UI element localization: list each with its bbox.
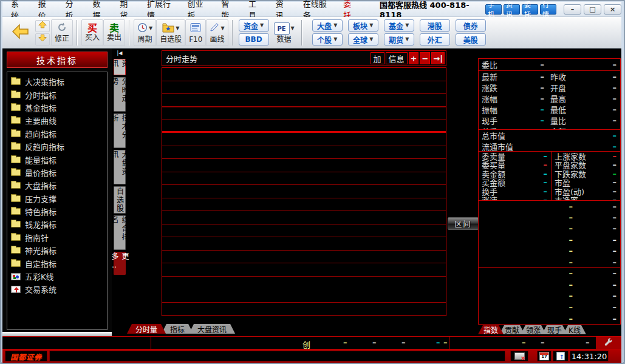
divider: [449, 337, 449, 349]
main-area: 技术指标 大决策指标 分时指标 基金指标 主要曲线 趋向指标 反趋向指标 能量指…: [2, 49, 621, 336]
brand-logo: 国都证券: [10, 351, 42, 362]
correct-button[interactable]: 修正: [51, 19, 73, 46]
list-item[interactable]: 主要曲线: [11, 114, 107, 127]
watchlist-button[interactable]: ▼ 自选股: [156, 19, 185, 46]
folder-icon: [11, 78, 21, 85]
funds-button[interactable]: 资金 ▼: [239, 19, 269, 32]
toolbar: 修正 买 买入 卖 卖出 ▼ 周期 ▼ 自选股 F10: [2, 17, 621, 49]
dropdown-icon[interactable]: ▼: [176, 26, 179, 31]
settings-wrench-button[interactable]: [596, 337, 621, 349]
vtab-technical[interactable]: 技术分析: [114, 113, 126, 148]
rtab-leaders[interactable]: 领涨: [521, 325, 546, 334]
vtab-more[interactable]: 更多‥: [114, 252, 126, 275]
list-item[interactable]: 压力支撑: [11, 192, 107, 205]
folder-icon: [11, 195, 21, 202]
folder-icon: [11, 260, 21, 267]
list-item[interactable]: 五彩K线: [11, 270, 107, 283]
draw-line-button[interactable]: ▼ 画线: [206, 19, 228, 46]
tab-indicator[interactable]: 指标: [162, 324, 193, 334]
quote-index-section: –– –– –– –– ––: [478, 267, 621, 325]
list-item[interactable]: 能量指标: [11, 153, 107, 166]
list-item[interactable]: 特色指标: [11, 205, 107, 218]
document-upload-icon: [556, 352, 565, 360]
market-buttons: 大盘▼ 板块▼ 基金▼ 港股 债券 个股▼ 全球▼ 期货▼ 外汇 美股: [312, 19, 486, 46]
refresh-icon: [57, 22, 67, 35]
list-item[interactable]: 钱龙指标: [11, 218, 107, 231]
zoom-in-button[interactable]: +: [409, 52, 419, 64]
quick-quotes-button[interactable]: 行情: [540, 4, 556, 15]
zoom-out-button[interactable]: −: [420, 52, 430, 64]
quick-entrust-button[interactable]: 委托: [522, 4, 538, 15]
separator: [232, 20, 233, 46]
list-item[interactable]: 反趋向指标: [11, 140, 107, 153]
market-us-button[interactable]: 美股: [456, 33, 486, 46]
market-dapan-button[interactable]: 大盘▼: [312, 19, 343, 32]
market-forex-button[interactable]: 外汇: [420, 33, 450, 46]
clock-icon: [137, 22, 148, 35]
list-item[interactable]: 趋向指标: [11, 127, 107, 140]
add-indicator-button[interactable]: 加: [371, 52, 384, 64]
dropdown-icon[interactable]: ▼: [220, 26, 224, 31]
collapse-panel-icon[interactable]: |◀: [117, 50, 123, 58]
rtab-contribution[interactable]: 贡献: [499, 325, 525, 334]
info-button[interactable]: 信息: [386, 52, 408, 64]
minimize-button[interactable]: –: [564, 4, 581, 15]
folder-icon: [11, 104, 21, 111]
list-item[interactable]: 基金指标: [11, 101, 107, 114]
rtab-index[interactable]: 指数: [478, 325, 504, 334]
market-bankuai-button[interactable]: 板块▼: [348, 19, 378, 32]
vtab-watchlist[interactable]: 自选股: [114, 186, 126, 214]
pencil-icon: [210, 22, 219, 35]
close-button[interactable]: ×: [604, 4, 621, 15]
vtab-market-news[interactable]: 大盘资讯: [114, 150, 126, 184]
upload-report-button[interactable]: [553, 351, 569, 362]
up-button[interactable]: [35, 20, 50, 32]
pe-data-button[interactable]: PE ▼ 数据: [271, 19, 298, 46]
dropdown-icon[interactable]: ▼: [149, 26, 152, 31]
quick-mobile-button[interactable]: 手机: [485, 4, 502, 15]
dropdown-icon[interactable]: ▼: [291, 26, 295, 31]
quick-buttons: 手机 资讯 委托 行情: [485, 4, 556, 15]
list-item[interactable]: 大盘指标: [11, 179, 107, 192]
separator: [129, 20, 130, 46]
back-arrow-icon: [10, 22, 31, 43]
bbd-button[interactable]: BBD: [239, 33, 269, 46]
back-button[interactable]: [7, 19, 34, 46]
f10-button[interactable]: F10: [185, 19, 206, 46]
list-item[interactable]: 指南针: [11, 231, 107, 244]
connection-status-button[interactable]: [510, 351, 528, 362]
market-stock-button[interactable]: 个股▼: [312, 33, 343, 46]
market-bond-button[interactable]: 债券: [456, 19, 486, 32]
tab-market-news[interactable]: 大盘资讯: [189, 324, 235, 334]
list-item[interactable]: 交易系统: [11, 283, 107, 295]
rtab-current-volume[interactable]: 现手: [542, 325, 567, 334]
vtab-intraday[interactable]: 分时走势: [114, 77, 126, 112]
range-button[interactable]: 区间: [448, 217, 479, 230]
period-button[interactable]: ▼ 周期: [134, 19, 156, 46]
list-item[interactable]: 神光指标: [11, 244, 107, 257]
rtab-kline[interactable]: K线: [563, 325, 586, 334]
market-fund-button[interactable]: 基金▼: [384, 19, 414, 32]
market-futures-button[interactable]: 期货▼: [384, 33, 414, 46]
intraday-chart-plot[interactable]: [162, 67, 446, 316]
sell-button[interactable]: 卖 卖出: [103, 19, 125, 46]
ticker-symbol: 创: [302, 339, 310, 350]
market-hk-button[interactable]: 港股: [420, 19, 450, 32]
down-button[interactable]: [35, 33, 50, 46]
quote-detail-section: –– –– –– –– –– ––: [478, 200, 621, 268]
market-global-button[interactable]: 全球▼: [348, 33, 378, 46]
list-item[interactable]: 大决策指标: [11, 75, 107, 88]
buy-button[interactable]: 买 买入: [81, 19, 103, 46]
brand-box: 国都证券: [5, 351, 47, 362]
folder-icon: [11, 92, 21, 98]
vtab-news[interactable]: 资讯: [114, 59, 126, 75]
tab-volume[interactable]: 分时量: [127, 324, 166, 334]
maximize-button[interactable]: □: [584, 4, 601, 15]
quick-news-button[interactable]: 资讯: [504, 4, 520, 15]
list-item[interactable]: 量价指标: [11, 166, 107, 179]
calendar-button[interactable]: 17: [537, 351, 552, 362]
go-end-button[interactable]: →|: [431, 52, 445, 64]
list-item[interactable]: 自定指标: [11, 257, 107, 269]
vtab-ranking[interactable]: 综合排名: [114, 215, 126, 250]
list-item[interactable]: 分时指标: [11, 88, 107, 101]
